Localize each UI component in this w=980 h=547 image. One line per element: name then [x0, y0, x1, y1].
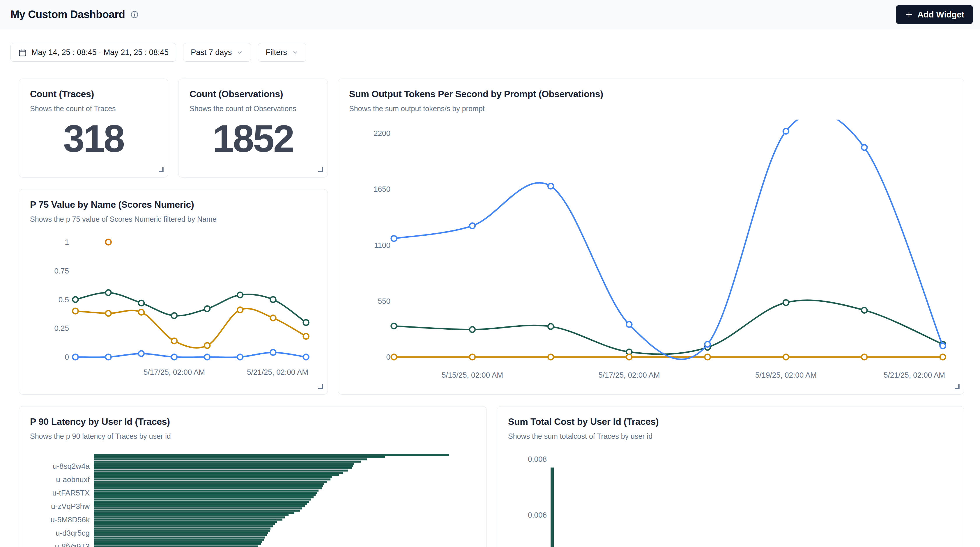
svg-text:1: 1: [65, 238, 69, 246]
svg-text:u-8fVa9T3: u-8fVa9T3: [55, 542, 90, 547]
chevron-down-icon: [291, 49, 299, 56]
svg-text:u-5M8D56k: u-5M8D56k: [51, 515, 90, 524]
page-header: My Custom Dashboard Add Widget: [0, 0, 980, 29]
svg-text:550: 550: [378, 297, 390, 306]
svg-text:0: 0: [65, 353, 69, 361]
filters-label: Filters: [266, 48, 287, 57]
widget-title: P 75 Value by Name (Scores Numeric): [30, 199, 317, 210]
date-range-label: May 14, 25 : 08:45 - May 21, 25 : 08:45: [32, 48, 169, 57]
metric-value: 318: [30, 113, 157, 167]
widget-title: P 90 Latency by User Id (Traces): [30, 416, 476, 427]
tokens-line-chart: 05501100165022005/15/25, 02:00 AM5/17/25…: [338, 120, 964, 395]
calendar-icon: [18, 48, 27, 57]
svg-text:5/17/25, 02:00 AM: 5/17/25, 02:00 AM: [143, 368, 205, 376]
svg-text:1650: 1650: [374, 185, 390, 193]
widget-subtitle: Shows the p 75 value of Scores Numeric f…: [30, 215, 317, 224]
svg-text:0.5: 0.5: [59, 295, 69, 304]
date-range-button[interactable]: May 14, 25 : 08:45 - May 21, 25 : 08:45: [11, 43, 176, 62]
svg-text:u-tFAR5TX: u-tFAR5TX: [52, 488, 90, 497]
svg-text:5/21/25, 02:00 AM: 5/21/25, 02:00 AM: [884, 371, 945, 379]
resize-handle[interactable]: [317, 383, 323, 391]
widget-title: Sum Total Cost by User Id (Traces): [508, 416, 953, 427]
widget-tokens-by-prompt: Sum Output Tokens Per Second by Prompt (…: [338, 79, 964, 395]
svg-text:0.75: 0.75: [54, 266, 69, 275]
p75-line-chart: 00.250.50.7515/17/25, 02:00 AM5/21/25, 0…: [19, 230, 328, 395]
time-preset-dropdown[interactable]: Past 7 days: [183, 43, 251, 62]
toolbar: May 14, 25 : 08:45 - May 21, 25 : 08:45 …: [11, 43, 306, 62]
svg-text:1100: 1100: [374, 241, 390, 250]
dashboard-page: My Custom Dashboard Add Widget: [0, 0, 980, 547]
resize-handle[interactable]: [953, 383, 960, 391]
widget-subtitle: Shows the count of Observations: [189, 105, 317, 113]
widget-title: Count (Observations): [189, 89, 317, 100]
page-title: My Custom Dashboard: [11, 8, 125, 21]
widget-subtitle: Shows the sum totalcost of Traces by use…: [508, 432, 953, 441]
widget-count-traces: Count (Traces) Shows the count of Traces…: [19, 79, 168, 178]
plus-icon: [905, 10, 913, 19]
widget-p90-latency: P 90 Latency by User Id (Traces) Shows t…: [19, 406, 487, 547]
svg-text:u-zVqP3hw: u-zVqP3hw: [51, 502, 90, 511]
widget-title: Count (Traces): [30, 89, 157, 100]
widget-subtitle: Shows the p 90 latency of Traces by user…: [30, 432, 476, 441]
svg-text:5/21/25, 02:00 AM: 5/21/25, 02:00 AM: [247, 368, 308, 376]
svg-text:2200: 2200: [374, 129, 390, 138]
widget-p75-by-name: P 75 Value by Name (Scores Numeric) Show…: [19, 189, 328, 395]
svg-text:u-d3qr5cg: u-d3qr5cg: [56, 529, 90, 537]
info-icon[interactable]: [130, 10, 139, 19]
svg-text:5/17/25, 02:00 AM: 5/17/25, 02:00 AM: [598, 371, 660, 379]
add-widget-button[interactable]: Add Widget: [896, 5, 973, 24]
svg-text:u-8sq2w4a: u-8sq2w4a: [53, 462, 90, 471]
svg-text:0: 0: [387, 353, 390, 361]
svg-text:0.008: 0.008: [528, 455, 547, 463]
add-widget-label: Add Widget: [917, 10, 964, 19]
filters-dropdown[interactable]: Filters: [258, 43, 306, 62]
resize-handle[interactable]: [158, 166, 164, 174]
chevron-down-icon: [236, 49, 243, 56]
svg-text:u-aobnuxf: u-aobnuxf: [56, 475, 90, 484]
svg-text:0.006: 0.006: [528, 511, 547, 519]
svg-text:0.25: 0.25: [54, 324, 69, 333]
widget-count-observations: Count (Observations) Shows the count of …: [178, 79, 328, 178]
time-preset-label: Past 7 days: [191, 48, 232, 57]
metric-value: 1852: [189, 113, 317, 167]
widget-subtitle: Shows the sum output tokens/s by prompt: [349, 105, 953, 113]
resize-handle[interactable]: [317, 166, 323, 174]
widget-total-cost: Sum Total Cost by User Id (Traces) Shows…: [497, 406, 964, 547]
widget-title: Sum Output Tokens Per Second by Prompt (…: [349, 89, 953, 100]
svg-text:5/15/25, 02:00 AM: 5/15/25, 02:00 AM: [442, 371, 503, 379]
svg-text:5/19/25, 02:00 AM: 5/19/25, 02:00 AM: [755, 371, 817, 379]
cost-bar-chart: 0.0080.006: [497, 453, 964, 547]
p90-bar-chart: u-8sq2w4au-aobnuxfu-tFAR5TXu-zVqP3hwu-5M…: [19, 453, 487, 547]
widget-subtitle: Shows the count of Traces: [30, 105, 157, 113]
